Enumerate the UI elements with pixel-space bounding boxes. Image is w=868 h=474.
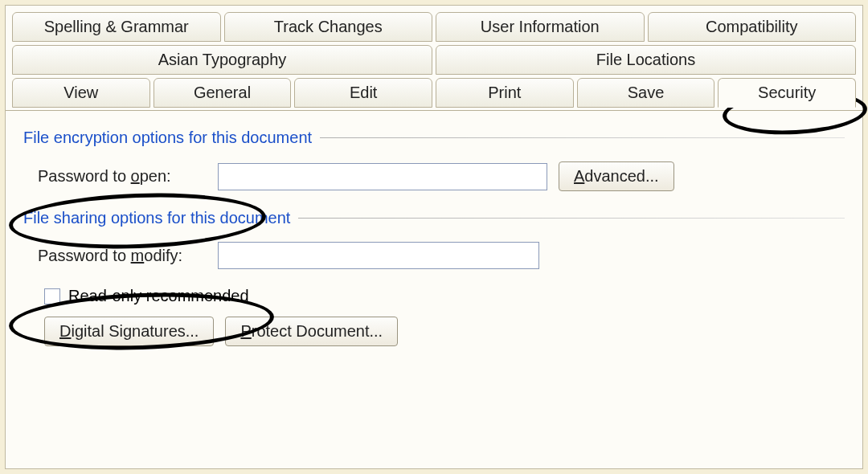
encryption-group-label: File encryption options for this documen… — [23, 129, 312, 147]
readonly-checkbox[interactable] — [44, 288, 60, 304]
password-open-input[interactable] — [218, 163, 547, 190]
password-modify-row: Password to modify: — [38, 242, 845, 269]
tab-row-2: Asian Typography File Locations — [12, 45, 856, 75]
sharing-group-header: File sharing options for this document — [23, 209, 845, 227]
protect-document-button[interactable]: Protect Document... — [225, 317, 398, 346]
encryption-group-header: File encryption options for this documen… — [23, 129, 845, 147]
divider-line — [320, 137, 845, 138]
password-open-row: Password to open: Advanced... — [38, 161, 845, 191]
password-modify-label: Password to modify: — [38, 247, 207, 265]
digital-signatures-button[interactable]: Digital Signatures... — [44, 317, 214, 346]
tab-print[interactable]: Print — [436, 78, 574, 108]
tab-security[interactable]: Security — [718, 78, 856, 108]
tab-row-1: Spelling & Grammar Track Changes User In… — [12, 12, 856, 42]
tab-save[interactable]: Save — [577, 78, 715, 108]
tab-compatibility[interactable]: Compatibility — [648, 12, 857, 42]
tab-user-information[interactable]: User Information — [436, 12, 645, 42]
security-panel: File encryption options for this documen… — [6, 110, 862, 354]
sharing-group-label: File sharing options for this document — [23, 209, 290, 227]
advanced-button[interactable]: Advanced... — [559, 161, 674, 191]
divider-line — [298, 218, 845, 219]
tab-edit[interactable]: Edit — [294, 78, 432, 108]
password-open-label: Password to open: — [38, 167, 207, 186]
tab-spelling-grammar[interactable]: Spelling & Grammar — [12, 12, 221, 42]
tab-asian-typography[interactable]: Asian Typography — [12, 45, 432, 75]
readonly-label: Read-only recommended — [68, 287, 249, 305]
tab-view[interactable]: View — [12, 78, 150, 108]
options-dialog: Spelling & Grammar Track Changes User In… — [5, 5, 863, 469]
tab-container: Spelling & Grammar Track Changes User In… — [6, 6, 862, 108]
tab-file-locations[interactable]: File Locations — [436, 45, 856, 75]
tab-row-3: View General Edit Print Save Security — [12, 78, 856, 108]
sharing-buttons-row: Digital Signatures... Protect Document..… — [44, 317, 845, 346]
password-modify-input[interactable] — [218, 242, 539, 269]
tab-general[interactable]: General — [154, 78, 292, 108]
tab-track-changes[interactable]: Track Changes — [224, 12, 433, 42]
readonly-row[interactable]: Read-only recommended — [44, 287, 845, 305]
